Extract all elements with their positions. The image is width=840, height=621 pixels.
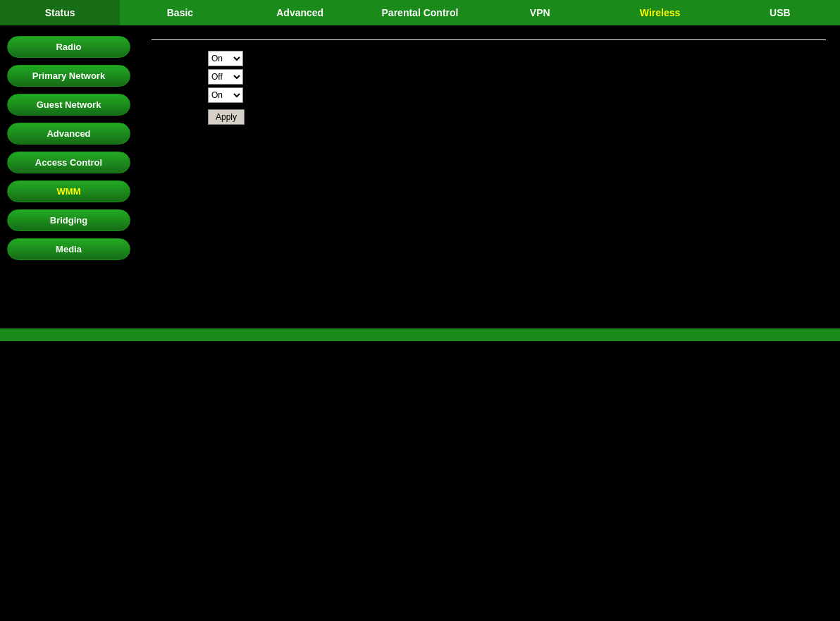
nav-item-basic[interactable]: Basic — [120, 0, 240, 25]
content-panel: On Off On Off On Off Apply — [137, 25, 840, 328]
divider — [152, 39, 826, 40]
wmm-controls: On Off On Off On Off Apply — [208, 51, 826, 125]
dropdown-1[interactable]: On Off — [208, 51, 243, 66]
sidebar-item-advanced[interactable]: Advanced — [7, 123, 130, 145]
sidebar-item-access-control[interactable]: Access Control — [7, 152, 130, 173]
dropdown-2[interactable]: On Off — [208, 69, 243, 85]
sidebar-item-radio[interactable]: Radio — [7, 36, 130, 58]
bottom-bar — [0, 328, 840, 341]
nav-item-parental-control[interactable]: Parental Control — [360, 0, 480, 25]
sidebar-item-guest-network[interactable]: Guest Network — [7, 94, 130, 116]
dropdown-3[interactable]: On Off — [208, 87, 243, 103]
sidebar-item-media[interactable]: Media — [7, 238, 130, 260]
main-content: Radio Primary Network Guest Network Adva… — [0, 25, 840, 328]
sidebar-item-wmm[interactable]: WMM — [7, 180, 130, 202]
nav-item-status[interactable]: Status — [0, 0, 120, 25]
apply-button[interactable]: Apply — [208, 109, 245, 125]
top-navigation: Status Basic Advanced Parental Control V… — [0, 0, 840, 25]
nav-item-vpn[interactable]: VPN — [480, 0, 600, 25]
nav-item-usb[interactable]: USB — [720, 0, 840, 25]
sidebar-item-bridging[interactable]: Bridging — [7, 209, 130, 231]
nav-item-advanced[interactable]: Advanced — [240, 0, 360, 25]
sidebar: Radio Primary Network Guest Network Adva… — [0, 25, 137, 328]
nav-item-wireless[interactable]: Wireless — [600, 0, 719, 25]
sidebar-item-primary-network[interactable]: Primary Network — [7, 65, 130, 87]
